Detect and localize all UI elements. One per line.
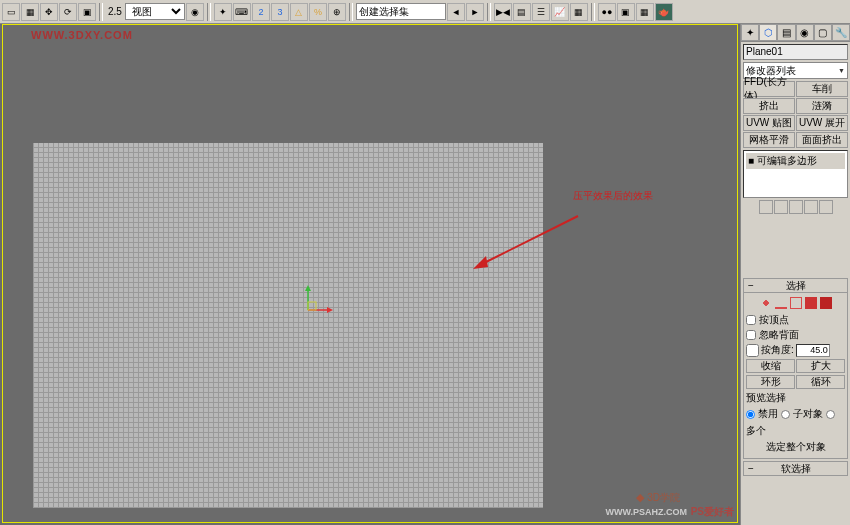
- uvw-map-button[interactable]: UVW 贴图: [743, 115, 795, 131]
- toolbar-separator: [487, 3, 491, 21]
- tool-window-cross-icon[interactable]: ▦: [21, 3, 39, 21]
- make-unique-icon[interactable]: [789, 200, 803, 214]
- by-vertex-checkbox[interactable]: [746, 315, 756, 325]
- tool-rotate-icon[interactable]: ⟳: [59, 3, 77, 21]
- preview-off-radio[interactable]: [746, 410, 755, 419]
- tab-display-icon[interactable]: ▢: [814, 24, 832, 41]
- extrude-button[interactable]: 挤出: [743, 98, 795, 114]
- watermark-bottom: WWW.PSAHZ.COM PS爱好者: [606, 503, 734, 519]
- angle-spinner[interactable]: [796, 344, 830, 357]
- ripple-button[interactable]: 涟漪: [796, 98, 848, 114]
- command-panel: ✦ ⬡ ▤ ◉ ▢ 🔧 Plane01 修改器列表 FFD(长方体) 车削 挤出…: [740, 24, 850, 525]
- tab-create-icon[interactable]: ✦: [741, 24, 759, 41]
- ffd-button[interactable]: FFD(长方体): [743, 81, 795, 97]
- shrink-button[interactable]: 收缩: [746, 359, 795, 373]
- preview-multi-radio[interactable]: [826, 410, 835, 419]
- tool-mirror-icon[interactable]: ▶◀: [494, 3, 512, 21]
- border-mode-icon[interactable]: [790, 297, 802, 309]
- watermark-top: WWW.3DXY.COM: [31, 29, 133, 41]
- main-toolbar: ▭ ▦ ✥ ⟳ ▣ 2.5 视图 ◉ ✦ ⌨ 2 3 △ % ⊕ ◄ ► ▶◀ …: [0, 0, 850, 24]
- tool-align-icon[interactable]: ▤: [513, 3, 531, 21]
- modifier-stack[interactable]: ■ 可编辑多边形: [743, 150, 848, 198]
- grow-button[interactable]: 扩大: [796, 359, 845, 373]
- tool-selection-prev-icon[interactable]: ◄: [447, 3, 465, 21]
- by-vertex-label: 按顶点: [759, 313, 789, 327]
- stack-toolbar: [743, 200, 848, 214]
- meshsmooth-button[interactable]: 网格平滑: [743, 132, 795, 148]
- preview-subobj-radio[interactable]: [781, 410, 790, 419]
- lathe-button[interactable]: 车削: [796, 81, 848, 97]
- ring-button[interactable]: 环形: [746, 375, 795, 389]
- tab-motion-icon[interactable]: ◉: [796, 24, 814, 41]
- whole-object-label: 选定整个对象: [746, 440, 845, 454]
- stack-item[interactable]: ■ 可编辑多边形: [746, 153, 845, 169]
- tool-angle-snap-icon[interactable]: △: [290, 3, 308, 21]
- tab-modify-icon[interactable]: ⬡: [759, 24, 777, 41]
- toolbar-separator: [207, 3, 211, 21]
- toolbar-separator: [349, 3, 353, 21]
- loop-button[interactable]: 循环: [796, 375, 845, 389]
- tool-render-icon[interactable]: 🫖: [655, 3, 673, 21]
- pin-stack-icon[interactable]: [759, 200, 773, 214]
- soft-selection-rollout-header[interactable]: 软选择: [743, 461, 848, 476]
- scale-value-label: 2.5: [108, 6, 122, 17]
- preview-selection-label: 预览选择: [746, 391, 845, 405]
- selection-rollout-header[interactable]: 选择: [743, 278, 848, 293]
- tool-spinner-snap-icon[interactable]: ⊕: [328, 3, 346, 21]
- vertex-mode-icon[interactable]: [760, 297, 772, 309]
- tool-percent-snap-icon[interactable]: %: [309, 3, 327, 21]
- by-angle-checkbox[interactable]: [746, 344, 759, 357]
- modifier-buttons-grid: FFD(长方体) 车削 挤出 涟漪 UVW 贴图 UVW 展开 网格平滑 面面挤…: [743, 81, 848, 148]
- tool-pivot-icon[interactable]: ◉: [186, 3, 204, 21]
- tab-utilities-icon[interactable]: 🔧: [832, 24, 850, 41]
- toolbar-separator: [99, 3, 103, 21]
- object-name-field[interactable]: Plane01: [743, 44, 848, 60]
- tool-material-icon[interactable]: ●●: [598, 3, 616, 21]
- annotation-label: 压平效果后的效果: [573, 187, 653, 204]
- ignore-backfacing-label: 忽略背面: [759, 328, 799, 342]
- configure-sets-icon[interactable]: [819, 200, 833, 214]
- toolbar-separator: [591, 3, 595, 21]
- tool-select-region-icon[interactable]: ▭: [2, 3, 20, 21]
- tool-curve-editor-icon[interactable]: 📈: [551, 3, 569, 21]
- tool-move-icon[interactable]: ✥: [40, 3, 58, 21]
- active-viewport[interactable]: WWW.3DXY.COM 压平效果后的效果: [2, 24, 738, 523]
- tab-hierarchy-icon[interactable]: ▤: [777, 24, 795, 41]
- subobject-icons: [746, 297, 845, 309]
- tool-manipulate-icon[interactable]: ✦: [214, 3, 232, 21]
- by-angle-label: 按角度:: [761, 343, 794, 357]
- selection-rollout: 按顶点 忽略背面 按角度: 收缩 扩大 环形 循环 预览选择 禁用 子对象 多个…: [743, 293, 848, 459]
- tool-scale-icon[interactable]: ▣: [78, 3, 96, 21]
- face-extrude-button[interactable]: 面面挤出: [796, 132, 848, 148]
- named-selection-input[interactable]: [356, 3, 446, 20]
- remove-modifier-icon[interactable]: [804, 200, 818, 214]
- tool-layers-icon[interactable]: ☰: [532, 3, 550, 21]
- tool-keyboard-icon[interactable]: ⌨: [233, 3, 251, 21]
- command-panel-tabs: ✦ ⬡ ▤ ◉ ▢ 🔧: [741, 24, 850, 42]
- plane-object[interactable]: [33, 143, 543, 508]
- viewport-area: WWW.3DXY.COM 压平效果后的效果: [0, 24, 740, 525]
- reference-coord-dropdown[interactable]: 视图: [125, 3, 185, 20]
- tool-snap-3d-icon[interactable]: 3: [271, 3, 289, 21]
- edge-mode-icon[interactable]: [775, 297, 787, 309]
- ignore-backfacing-checkbox[interactable]: [746, 330, 756, 340]
- tool-schematic-icon[interactable]: ▦: [570, 3, 588, 21]
- tool-render-frame-icon[interactable]: ▦: [636, 3, 654, 21]
- tool-render-setup-icon[interactable]: ▣: [617, 3, 635, 21]
- element-mode-icon[interactable]: [820, 297, 832, 309]
- show-end-result-icon[interactable]: [774, 200, 788, 214]
- tool-snap-2d-icon[interactable]: 2: [252, 3, 270, 21]
- polygon-mode-icon[interactable]: [805, 297, 817, 309]
- uvw-unwrap-button[interactable]: UVW 展开: [796, 115, 848, 131]
- tool-selection-next-icon[interactable]: ►: [466, 3, 484, 21]
